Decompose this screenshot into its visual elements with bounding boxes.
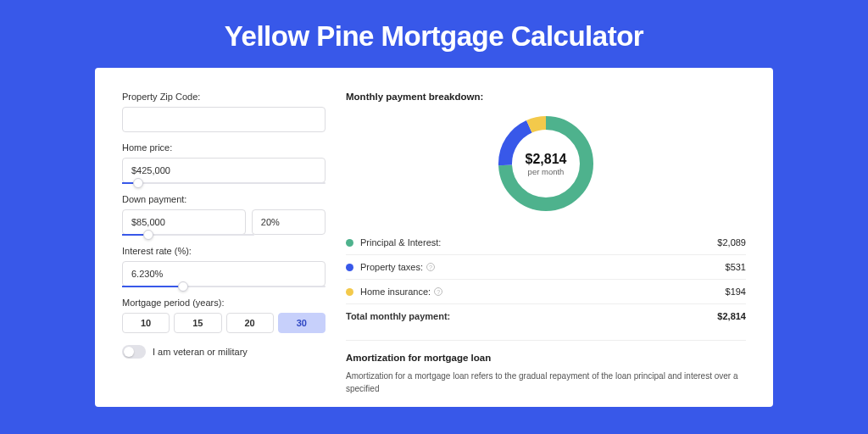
period-button-15[interactable]: 15 bbox=[174, 313, 221, 333]
field-down-payment: Down payment: bbox=[122, 194, 326, 236]
breakdown-title: Monthly payment breakdown: bbox=[346, 92, 746, 102]
breakdown-row: Principal & Interest:$2,089 bbox=[346, 231, 746, 255]
donut-total: $2,814 bbox=[526, 152, 567, 167]
period-button-10[interactable]: 10 bbox=[122, 313, 170, 333]
amortization-body: Amortization for a mortgage loan refers … bbox=[346, 370, 746, 395]
breakdown-total-row: Total monthly payment:$2,814 bbox=[346, 304, 746, 328]
breakdown-row: Home insurance:?$194 bbox=[346, 280, 746, 304]
veteran-toggle-row: I am veteran or military bbox=[122, 345, 326, 359]
legend-dot-icon bbox=[346, 264, 353, 271]
breakdown-value: $531 bbox=[726, 262, 746, 272]
zip-input[interactable] bbox=[122, 107, 326, 132]
info-icon[interactable]: ? bbox=[426, 263, 435, 271]
breakdown-row: Property taxes:?$531 bbox=[346, 255, 746, 280]
down-payment-label: Down payment: bbox=[122, 194, 326, 204]
home-price-slider[interactable] bbox=[122, 182, 326, 184]
donut-sub: per month bbox=[528, 167, 565, 176]
toggle-knob-icon bbox=[124, 347, 134, 357]
home-price-label: Home price: bbox=[122, 142, 326, 153]
breakdown-label: Property taxes:? bbox=[360, 262, 726, 272]
mortgage-period-label: Mortgage period (years): bbox=[122, 298, 326, 308]
zip-label: Property Zip Code: bbox=[122, 92, 326, 102]
breakdown-label: Principal & Interest: bbox=[360, 237, 717, 248]
period-button-30[interactable]: 30 bbox=[278, 313, 326, 333]
breakdown-value: $2,089 bbox=[717, 237, 746, 248]
field-mortgage-period: Mortgage period (years): 10152030 bbox=[122, 298, 326, 333]
breakdown-value: $194 bbox=[726, 287, 746, 297]
down-payment-pct-input[interactable] bbox=[252, 209, 326, 235]
interest-rate-label: Interest rate (%): bbox=[122, 246, 326, 256]
field-zip: Property Zip Code: bbox=[122, 92, 326, 132]
total-value: $2,814 bbox=[717, 311, 746, 321]
legend-dot-icon bbox=[346, 239, 353, 247]
legend-dot-icon bbox=[346, 288, 353, 296]
interest-rate-slider[interactable] bbox=[122, 286, 326, 287]
breakdown-panel: Monthly payment breakdown: $2,814 per mo… bbox=[346, 92, 746, 383]
info-icon[interactable]: ? bbox=[434, 287, 442, 296]
breakdown-donut-chart: $2,814 per month bbox=[494, 112, 598, 215]
interest-rate-input[interactable] bbox=[122, 261, 326, 287]
total-label: Total monthly payment: bbox=[346, 311, 717, 321]
divider bbox=[346, 340, 746, 341]
down-payment-slider[interactable] bbox=[122, 234, 254, 236]
field-home-price: Home price: bbox=[122, 142, 326, 184]
veteran-label: I am veteran or military bbox=[153, 347, 248, 357]
home-price-input[interactable] bbox=[122, 158, 326, 183]
down-payment-input[interactable] bbox=[122, 209, 246, 235]
page-title: Yellow Pine Mortgage Calculator bbox=[0, 20, 868, 53]
amortization-title: Amortization for mortgage loan bbox=[346, 353, 746, 363]
form-panel: Property Zip Code: Home price: Down paym… bbox=[122, 92, 326, 383]
page-header: Yellow Pine Mortgage Calculator bbox=[0, 0, 868, 68]
breakdown-label: Home insurance:? bbox=[360, 287, 726, 297]
field-interest-rate: Interest rate (%): bbox=[122, 246, 326, 287]
veteran-toggle[interactable] bbox=[122, 345, 146, 359]
calculator-card: Property Zip Code: Home price: Down paym… bbox=[95, 68, 773, 407]
period-button-20[interactable]: 20 bbox=[226, 313, 274, 333]
